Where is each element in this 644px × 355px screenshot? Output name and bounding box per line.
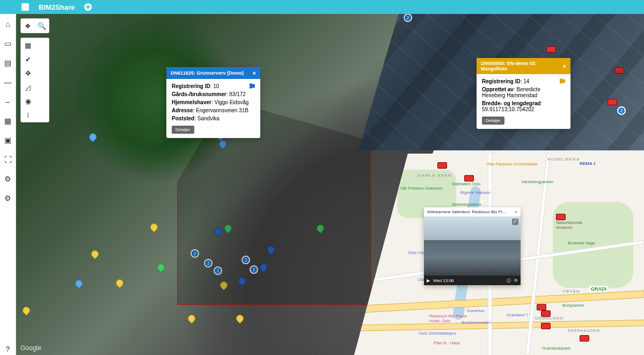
settings2-icon[interactable]: ⚙ bbox=[2, 192, 14, 204]
minus-icon[interactable]: — bbox=[2, 76, 14, 88]
marker-cluster[interactable]: 2 bbox=[404, 13, 412, 22]
map-label: Hexebergparken bbox=[522, 179, 553, 184]
map-marker-yellow[interactable] bbox=[149, 222, 159, 233]
marker-cluster[interactable]: 2 bbox=[191, 249, 199, 258]
google-attribution: Google bbox=[20, 344, 41, 352]
map-marker-blue[interactable] bbox=[74, 278, 84, 289]
poi-marker[interactable] bbox=[464, 175, 474, 182]
topbar: BIM2Share bbox=[0, 0, 644, 14]
map-marker-yellow[interactable] bbox=[235, 313, 245, 324]
map-marker-green[interactable] bbox=[223, 223, 233, 234]
marker-cluster[interactable]: 2 bbox=[250, 265, 258, 274]
map-label: Botsparken bbox=[562, 303, 584, 308]
check-icon[interactable]: ✔ bbox=[21, 52, 35, 66]
popup-header: DN955560: BN-demo 02: Mangelliste × bbox=[477, 58, 570, 74]
map-marker-yellow[interactable] bbox=[186, 313, 197, 324]
poi-marker[interactable] bbox=[608, 99, 617, 105]
webcam-time: Wed 13:06 bbox=[433, 278, 503, 283]
search-icon[interactable]: 🔍 bbox=[35, 19, 49, 33]
map-marker-blue[interactable] bbox=[217, 139, 228, 149]
card-icon[interactable]: ▦ bbox=[2, 115, 14, 127]
map-marker-blue[interactable] bbox=[258, 262, 269, 273]
map-label: GRØNLAND bbox=[535, 316, 564, 321]
left-toolbar: ⌂ ▭ ▤ — – ▦ ▣ ⛶ ⚙ ⚙ ? bbox=[0, 14, 16, 355]
angle-icon[interactable]: ◿ bbox=[21, 80, 35, 94]
poi-marker[interactable] bbox=[614, 67, 624, 74]
info-popup-blue: DN611625: Grunnerverv (Demo) × Registrer… bbox=[166, 67, 260, 138]
details-button[interactable]: Detaljer bbox=[172, 126, 194, 134]
close-icon[interactable]: × bbox=[515, 209, 517, 214]
map-marker-yellow[interactable] bbox=[90, 249, 100, 259]
camera-tool-icon[interactable]: ◉ bbox=[21, 94, 35, 108]
field-label: Registrering ID bbox=[172, 83, 210, 89]
close-icon[interactable]: × bbox=[253, 70, 256, 76]
map-marker-blue[interactable] bbox=[87, 132, 98, 142]
settings-icon[interactable]: ⚙ bbox=[2, 173, 14, 185]
poi-marker[interactable] bbox=[546, 46, 556, 53]
popup-header: DN611625: Grunnerverv (Demo) × bbox=[166, 67, 260, 79]
popup-title: DN611625: Grunnerverv (Demo) bbox=[171, 70, 244, 76]
traffic-icon[interactable]: ⁞ bbox=[21, 108, 35, 122]
play-icon[interactable]: ▶ bbox=[427, 278, 430, 283]
field-label: Hjemmelshaver bbox=[172, 99, 211, 105]
poi-marker[interactable] bbox=[537, 304, 546, 310]
details-button[interactable]: Detaljer bbox=[482, 117, 504, 125]
map-label: Mathallen Oslo bbox=[452, 182, 480, 186]
layers-icon[interactable]: ❖ bbox=[21, 19, 35, 33]
poi-marker[interactable] bbox=[556, 214, 566, 220]
map-marker-yellow[interactable] bbox=[21, 305, 32, 316]
field-value: Sandvika bbox=[197, 115, 219, 121]
add-icon[interactable] bbox=[84, 3, 92, 11]
camera-icon[interactable]: ▣ bbox=[2, 134, 14, 146]
map-label: RODELØKKA bbox=[547, 157, 580, 162]
expand-icon[interactable]: ⤢ bbox=[512, 219, 518, 225]
field-value: 14 bbox=[523, 78, 529, 84]
move-icon[interactable]: ✥ bbox=[21, 66, 35, 80]
flag-icon[interactable] bbox=[560, 78, 565, 84]
map-label: ENERHAUGEN bbox=[568, 329, 600, 332]
map-label: Naturhistorisk museum bbox=[556, 220, 594, 230]
marker-cluster[interactable]: 2 bbox=[214, 266, 222, 275]
map-marker-yellow[interactable] bbox=[218, 280, 229, 291]
briefcase-icon[interactable]: ▭ bbox=[2, 38, 14, 49]
field-value: Engervannsveien 31B bbox=[196, 107, 248, 113]
field-value: 59.911713;10.754202 bbox=[482, 106, 534, 112]
map-marker-green[interactable] bbox=[156, 262, 166, 273]
app-title: BIM2Share bbox=[39, 3, 75, 11]
field-value: 10 bbox=[213, 83, 219, 89]
field-label: Gårds-/bruksnummer bbox=[172, 91, 226, 97]
map-marker-yellow[interactable] bbox=[114, 278, 125, 288]
flag-icon[interactable] bbox=[250, 83, 255, 89]
map-label: Grønlandspark bbox=[542, 346, 570, 351]
popup-body: Registrering ID: 10 Gårds-/bruksnummer: … bbox=[166, 79, 260, 138]
grid-icon[interactable]: ▦ bbox=[21, 38, 35, 52]
poi-marker[interactable] bbox=[580, 335, 589, 342]
field-label: Bredde- og lengdegrad bbox=[482, 100, 540, 106]
webcam-title: Webkamera Vaterland: Radisson Blu Plaza … bbox=[427, 209, 508, 214]
map-label: GRADI bbox=[589, 286, 608, 292]
map-label: Seilduksparken bbox=[452, 202, 481, 207]
webcam-popup: Webkamera Vaterland: Radisson Blu Plaza … bbox=[424, 207, 521, 285]
field-label: Adresse bbox=[172, 107, 193, 113]
marker-cluster[interactable]: 2 bbox=[617, 106, 626, 115]
close-icon[interactable]: × bbox=[563, 63, 566, 69]
dash-icon[interactable]: – bbox=[2, 96, 14, 107]
help-icon[interactable]: ? bbox=[2, 343, 14, 355]
map-label: Rigmor Hansen bbox=[460, 190, 491, 195]
marker-cluster[interactable]: 3 bbox=[241, 256, 250, 264]
map-marker-green[interactable] bbox=[315, 223, 326, 234]
refresh-icon[interactable]: ⟳ bbox=[514, 278, 518, 283]
poi-marker[interactable] bbox=[437, 162, 447, 169]
tool-group: ❖ 🔍 bbox=[20, 18, 49, 33]
field-value: 83/172 bbox=[229, 91, 246, 97]
info-icon[interactable]: ⓘ bbox=[507, 278, 511, 284]
clipboard-icon[interactable]: ▤ bbox=[2, 57, 14, 69]
popup-body: Registrering ID: 14 Opprettet av: Benedi… bbox=[477, 74, 570, 129]
home-icon[interactable]: ⌂ bbox=[2, 18, 14, 30]
fullscreen-icon[interactable]: ⛶ bbox=[2, 154, 14, 165]
map-marker-blue[interactable] bbox=[266, 244, 276, 255]
poi-marker[interactable] bbox=[541, 323, 551, 329]
map-marker-blue[interactable] bbox=[237, 276, 247, 286]
map-marker-blue[interactable] bbox=[213, 226, 224, 237]
marker-cluster[interactable]: 3 bbox=[204, 259, 213, 267]
